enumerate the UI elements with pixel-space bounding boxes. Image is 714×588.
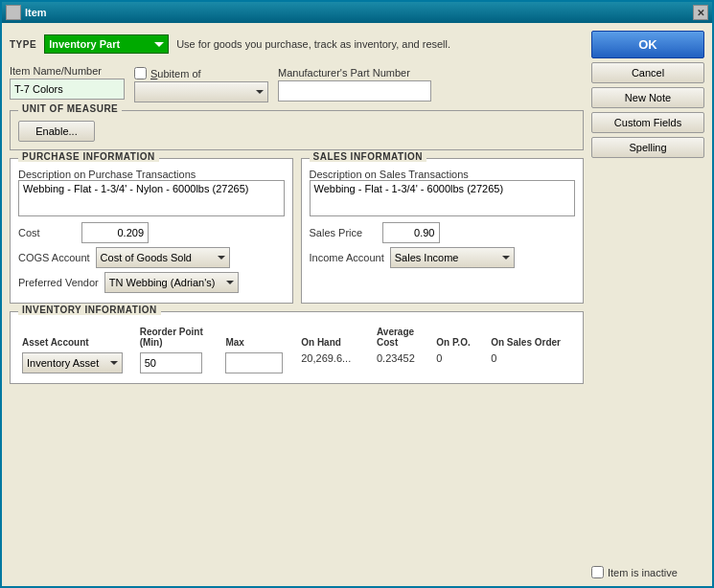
unit-section-title: UNIT OF MEASURE xyxy=(18,103,122,114)
price-label: Sales Price xyxy=(310,227,377,238)
subitem-dropdown-arrow xyxy=(256,90,264,94)
item-inactive-label: Item is inactive xyxy=(608,567,678,578)
cost-label: Cost xyxy=(18,227,76,238)
item-name-group: Item Name/Number xyxy=(10,65,125,100)
type-value: Inventory Part xyxy=(49,38,120,50)
manufacturer-label: Manufacturer's Part Number xyxy=(278,67,431,79)
type-description: Use for goods you purchase, track as inv… xyxy=(176,38,450,50)
close-button[interactable]: ✕ xyxy=(693,5,708,20)
item-inactive-checkbox[interactable] xyxy=(591,566,604,578)
manufacturer-group: Manufacturer's Part Number xyxy=(278,67,431,102)
cogs-label: COGS Account xyxy=(18,252,90,263)
inventory-section-title: INVENTORY INFORMATION xyxy=(18,305,161,315)
on-hand-value: 20,269.6... xyxy=(301,352,351,364)
spelling-button[interactable]: Spelling xyxy=(591,137,704,158)
type-label: TYPE xyxy=(10,39,36,50)
item-name-label: Item Name/Number xyxy=(10,65,125,77)
on-hand-header: On Hand xyxy=(299,326,373,349)
inventory-data-row: Inventory Asset 20,269.6 xyxy=(20,351,573,375)
price-row: Sales Price xyxy=(310,222,576,243)
price-input[interactable] xyxy=(382,222,440,243)
reorder-min-input[interactable] xyxy=(140,352,202,373)
purchase-section: PURCHASE INFORMATION Description on Purc… xyxy=(10,158,293,304)
type-select[interactable]: Inventory Part xyxy=(44,34,169,54)
income-label: Income Account xyxy=(310,252,384,263)
sales-desc-input[interactable] xyxy=(310,180,576,216)
main-window: Item ✕ TYPE Inventory Part Use for goods… xyxy=(0,0,714,588)
window-icon xyxy=(6,5,21,20)
asset-account-header: Asset Account xyxy=(20,326,136,349)
vendor-select[interactable]: TN Webbing (Adrian's) xyxy=(104,272,239,293)
cogs-row: COGS Account Cost of Goods Sold xyxy=(18,247,285,268)
asset-account-value: Inventory Asset xyxy=(27,357,99,369)
sales-section: SALES INFORMATION Description on Sales T… xyxy=(301,158,585,304)
sales-section-title: SALES INFORMATION xyxy=(310,151,426,162)
title-bar: Item ✕ xyxy=(2,2,712,23)
manufacturer-input[interactable] xyxy=(278,80,431,102)
vendor-dropdown-arrow xyxy=(226,281,234,284)
max-input[interactable] xyxy=(225,352,283,373)
purchase-section-title: PURCHASE INFORMATION xyxy=(18,151,159,162)
sales-desc-label: Description on Sales Transactions xyxy=(310,169,576,180)
cost-input[interactable] xyxy=(81,222,149,243)
reorder-point-header: Reorder Point(Min) xyxy=(138,326,222,349)
subitem-checkbox[interactable] xyxy=(134,67,147,79)
cost-row: Cost xyxy=(18,222,285,243)
income-value: Sales Income xyxy=(395,252,459,263)
purchase-desc-label: Description on Purchase Transactions xyxy=(18,169,285,180)
on-po-value: 0 xyxy=(436,352,442,364)
type-dropdown-arrow xyxy=(154,42,164,47)
main-area: TYPE Inventory Part Use for goods you pu… xyxy=(10,31,584,578)
subitem-label: Subitem of xyxy=(150,68,201,79)
window-title: Item xyxy=(25,7,47,18)
type-row: TYPE Inventory Part Use for goods you pu… xyxy=(10,31,584,57)
unit-section: UNIT OF MEASURE Enable... xyxy=(10,110,584,150)
income-select[interactable]: Sales Income xyxy=(390,247,515,268)
subitem-select[interactable] xyxy=(134,81,268,102)
on-sales-order-header: On Sales Order xyxy=(489,326,573,349)
asset-account-arrow xyxy=(110,361,118,365)
cogs-value: Cost of Goods Sold xyxy=(101,252,192,263)
ok-button[interactable]: OK xyxy=(591,31,704,58)
max-header: Max xyxy=(223,326,297,349)
purchase-sales-row: PURCHASE INFORMATION Description on Purc… xyxy=(10,158,584,304)
asset-account-select[interactable]: Inventory Asset xyxy=(22,352,123,373)
content-area: TYPE Inventory Part Use for goods you pu… xyxy=(2,23,712,586)
inventory-section: INVENTORY INFORMATION Asset Account Reor… xyxy=(10,311,584,384)
subitem-group: Subitem of xyxy=(134,67,268,102)
purchase-desc-input[interactable] xyxy=(18,180,285,216)
cogs-select[interactable]: Cost of Goods Sold xyxy=(96,247,230,268)
on-sales-order-value: 0 xyxy=(491,352,496,364)
enable-button[interactable]: Enable... xyxy=(18,121,95,142)
vendor-value: TN Webbing (Adrian's) xyxy=(109,277,216,288)
subitem-checkbox-row: Subitem of xyxy=(134,67,268,79)
item-inactive-row: Item is inactive xyxy=(591,566,704,578)
cancel-button[interactable]: Cancel xyxy=(591,62,704,83)
avg-cost-header: AverageCost xyxy=(375,326,432,349)
vendor-row: Preferred Vendor TN Webbing (Adrian's) xyxy=(18,272,285,293)
avg-cost-value: 0.23452 xyxy=(377,352,415,364)
cogs-dropdown-arrow xyxy=(218,256,225,260)
income-row: Income Account Sales Income xyxy=(310,247,576,268)
income-dropdown-arrow xyxy=(502,256,510,260)
vendor-label: Preferred Vendor xyxy=(18,277,99,288)
custom-fields-button[interactable]: Custom Fields xyxy=(591,112,704,133)
new-note-button[interactable]: New Note xyxy=(591,87,704,108)
inventory-table: Asset Account Reorder Point(Min) Max On … xyxy=(18,324,575,377)
on-po-header: On P.O. xyxy=(434,326,487,349)
item-name-input[interactable] xyxy=(10,79,125,100)
sidebar: OK Cancel New Note Custom Fields Spellin… xyxy=(591,31,704,578)
